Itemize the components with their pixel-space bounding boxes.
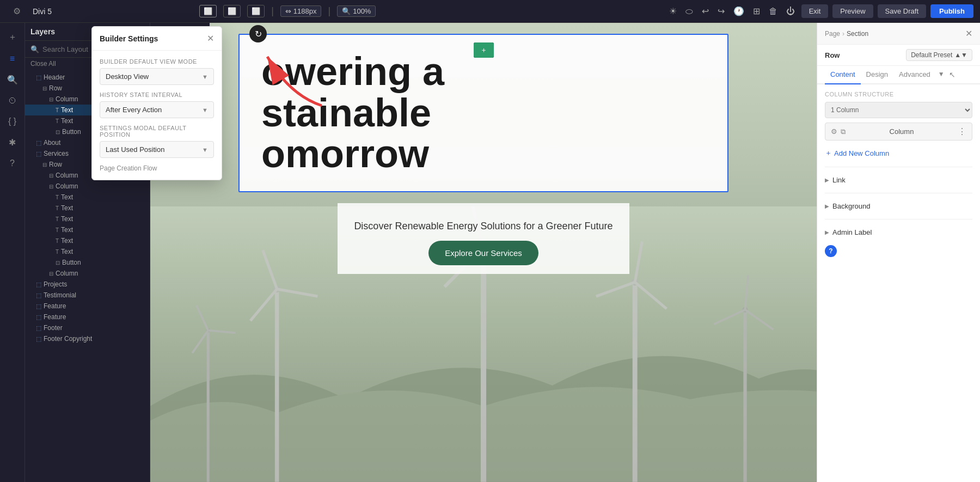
history-label: History State Interval [100,91,214,98]
help-icon[interactable]: ? [2,154,23,173]
save-draft-button[interactable]: Save Draft [878,4,926,18]
help-button[interactable]: ? [825,245,837,257]
desktop-view-btn[interactable]: ⬜ [199,5,217,17]
history-select[interactable]: After Every Action ▼ [100,101,214,118]
layer-label: Row [49,84,62,92]
layer-item-text5[interactable]: T Text [25,213,150,224]
col-icon: ⊟ [49,271,53,277]
viewport-size-display: ⇔ 1188px [280,5,322,17]
layer-item-text8[interactable]: T Text [25,246,150,257]
admin-label-section[interactable]: ▶ Admin Label [825,224,972,241]
hero-cta-button[interactable]: Explore Our Services [428,241,538,265]
redo-icon[interactable]: ↪ [715,4,727,19]
settings-icon[interactable]: ⚙ [7,2,27,21]
text-icon: T [56,107,59,113]
section-icon: ⬚ [36,303,41,310]
column-menu-icon[interactable]: ⋮ [958,126,966,137]
preset-select[interactable]: Default Preset ▲▼ [906,49,972,61]
toggle-icon[interactable]: ⬭ [683,4,695,19]
exit-button[interactable]: Exit [801,4,829,18]
layer-item-text7[interactable]: T Text [25,235,150,246]
history2-icon[interactable]: ⏲ [2,91,23,110]
search-icon[interactable]: 🔍 [2,70,23,89]
tab-advanced[interactable]: Advanced [893,66,936,84]
tabs-more-arrow[interactable]: ▼ [936,66,947,83]
plugin-icon[interactable]: ✱ [2,133,23,152]
layer-label: Text [61,117,73,125]
view-mode-label: Builder Default View Mode [100,58,214,65]
layers-title: Layers [30,27,55,36]
history-arrow: ▼ [202,107,208,113]
zoom-icon: 🔍 [342,7,351,15]
col-icon: ⊟ [49,96,53,102]
layer-item-col2[interactable]: ⊟ Column [25,181,150,192]
layers-icon[interactable]: ≡ [2,50,23,68]
layer-item-footer-copyright[interactable]: ⬚ Footer Copyright [25,333,150,344]
modal-header: Builder Settings ✕ [92,27,222,51]
layer-label: Projects [44,280,67,288]
props-tabs: Content Design Advanced ▼ ↖ [817,66,980,84]
tablet-view-btn[interactable]: ⬜ [223,5,241,17]
layer-label: Text [61,193,73,201]
text-icon: T [56,249,59,255]
layer-item-testimonial[interactable]: ⬚ Testimonial [25,290,150,301]
background-section[interactable]: ▶ Background [825,198,972,215]
trash-icon[interactable]: 🗑 [767,4,780,19]
column-structure-select[interactable]: 1 Column 2 Columns 3 Columns [825,102,972,118]
headline-text: owering astainableomorrow [261,50,444,175]
layer-item-projects[interactable]: ⬚ Projects [25,279,150,290]
admin-label-arrow: ▶ [825,229,829,235]
layer-label: Text [61,204,73,212]
tab-content[interactable]: Content [825,66,861,84]
publish-button[interactable]: Publish [930,4,973,18]
text-icon: T [56,194,59,200]
layer-item-text6[interactable]: T Text [25,224,150,235]
modal-position-select[interactable]: Last Used Position ▼ [100,141,214,158]
layer-item-button2[interactable]: ⊡ Button [25,257,150,268]
history-icon[interactable]: 🕐 [731,4,746,19]
layer-item-footer[interactable]: ⬚ Footer [25,322,150,333]
code-icon[interactable]: { } [2,112,23,131]
link-section[interactable]: ▶ Link [825,172,972,188]
props-panel: Page › Section ✕ Row Default Preset ▲▼ C… [817,23,980,482]
preview-button[interactable]: Preview [832,4,873,18]
col-copy-icon[interactable]: ⧉ [841,127,846,136]
add-new-column-button[interactable]: ＋ Add New Column [825,146,972,160]
add-row-button[interactable]: ＋ [474,42,494,58]
tab-design[interactable]: Design [861,66,893,84]
breadcrumb: Page › Section [825,30,868,38]
view-mode-select[interactable]: Desktop View ▼ [100,68,214,85]
layer-item-feature2[interactable]: ⬚ Feature [25,312,150,322]
button-icon: ⊡ [56,260,60,266]
close-panel-button[interactable]: ✕ [965,28,972,39]
props-row-header: Row Default Preset ▲▼ [817,45,980,66]
layer-item-text3[interactable]: T Text [25,192,150,203]
props-content: Column Structure 1 Column 2 Columns 3 Co… [817,84,980,482]
separator: | [271,5,274,17]
layer-label: Column [56,270,78,277]
builder-settings-modal[interactable]: Builder Settings ✕ Builder Default View … [91,26,222,180]
sun-icon[interactable]: ☀ [667,4,679,19]
layer-item-text4[interactable]: T Text [25,203,150,213]
rotate-button[interactable]: ↻ [249,25,267,42]
power-icon[interactable]: ⏻ [784,4,797,19]
layer-item-col3[interactable]: ⊟ Column [25,268,150,279]
hero-subtext: Discover Renewable Energy Solutions for … [354,221,612,232]
add-icon[interactable]: ＋ [2,27,23,47]
button-icon: ⊡ [56,129,60,135]
breadcrumb-separator: › [842,30,844,38]
link-label: Link [832,176,846,184]
layout-icon[interactable]: ⊞ [751,4,762,19]
modal-position-label: Settings Modal Default Position [100,125,214,138]
undo-icon[interactable]: ↩ [700,4,711,19]
mobile-view-btn[interactable]: ⬜ [247,5,265,17]
layer-item-feature1[interactable]: ⬚ Feature [25,301,150,312]
modal-close-button[interactable]: ✕ [207,33,214,44]
section-icon: ⬚ [36,292,41,299]
view-mode-arrow: ▼ [202,74,208,80]
preset-arrow: ▲▼ [954,51,967,59]
column-structure-dropdown[interactable]: 1 Column 2 Columns 3 Columns [825,102,972,118]
col-settings-icon[interactable]: ⚙ [831,127,837,136]
modal-body: Builder Default View Mode Desktop View ▼… [92,51,222,180]
layer-label: Text [61,106,73,114]
